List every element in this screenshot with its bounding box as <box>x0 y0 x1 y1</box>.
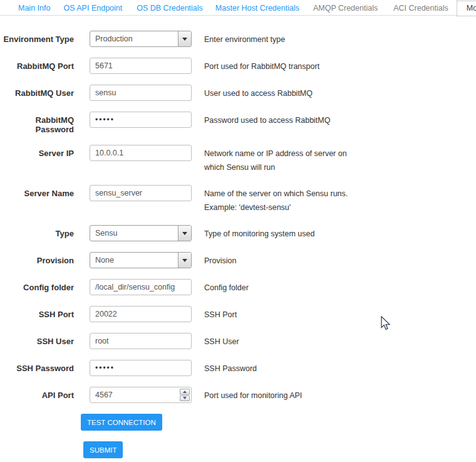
field-label: Server IP <box>0 145 74 158</box>
ssh-port-input[interactable] <box>90 306 192 322</box>
tab-os-db-credentials[interactable]: OS DB Credentials <box>137 4 203 13</box>
selected-value: Production <box>90 34 178 43</box>
form-row-config-folder: Config folderConfig folder <box>0 279 476 295</box>
field-help: Port used for RabbitMQ transport <box>204 58 354 73</box>
field-help: Provision <box>204 252 354 268</box>
tab-amqp-credentials[interactable]: AMQP Credentials <box>313 4 378 13</box>
chevron-down-icon[interactable] <box>178 253 191 268</box>
field-label: API Port <box>0 387 74 400</box>
field-label: RabbitMQ Password <box>0 112 74 134</box>
ssh-password-input[interactable] <box>90 360 192 376</box>
field-label: Environment Type <box>0 31 74 44</box>
form-row-rabbitmq-password: RabbitMQ PasswordPassword used to access… <box>0 112 476 134</box>
server-name-input[interactable] <box>90 185 192 201</box>
field-help: User used to access RabbitMQ <box>204 85 354 100</box>
test-connection-button[interactable]: TEST CONNECTION <box>81 414 162 431</box>
form-row-server-ip: Server IPNetwork name or IP address of s… <box>0 145 476 174</box>
number-spinner[interactable] <box>180 389 190 401</box>
tab-monitoring[interactable]: Monitoring <box>457 1 476 16</box>
field-help: Port used for monitoring API <box>204 387 354 402</box>
field-help: SSH User <box>204 333 354 349</box>
tab-os-api-endpoint[interactable]: OS API Endpoint <box>63 4 122 13</box>
tab-bar: Main InfoOS API EndpointOS DB Credential… <box>0 0 476 16</box>
tab-main-info[interactable]: Main Info <box>18 4 50 13</box>
config-folder-input[interactable] <box>90 279 192 295</box>
type-select[interactable]: Sensu <box>90 225 192 241</box>
spinner-down-icon[interactable] <box>180 396 190 402</box>
chevron-down-icon[interactable] <box>178 226 191 241</box>
field-label: RabbitMQ Port <box>0 58 74 71</box>
field-label: Provision <box>0 252 74 265</box>
field-label: RabbitMQ User <box>0 85 74 98</box>
form-row-ssh-port: SSH PortSSH Port <box>0 306 476 322</box>
field-help: Type of monitoring system used <box>204 225 354 241</box>
form-row-ssh-user: SSH UserSSH User <box>0 333 476 349</box>
tab-master-host-credentials[interactable]: Master Host Credentials <box>215 4 299 13</box>
form-row-type: TypeSensuType of monitoring system used <box>0 225 476 241</box>
field-help: Password used to access RabbitMQ <box>204 112 354 127</box>
field-label: SSH Port <box>0 306 74 319</box>
field-help: SSH Port <box>204 306 354 322</box>
field-label: Config folder <box>0 279 74 292</box>
monitoring-form: Environment TypeProductionEnter environm… <box>0 31 476 403</box>
submit-button[interactable]: SUBMIT <box>83 441 123 458</box>
environment-type-select[interactable]: Production <box>90 31 192 47</box>
form-row-rabbitmq-user: RabbitMQ UserUser used to access RabbitM… <box>0 85 476 101</box>
field-help: Network name or IP address of server on … <box>204 145 354 174</box>
field-help: Name of the server on which Sensu runs. … <box>204 185 354 214</box>
field-label: SSH User <box>0 333 74 346</box>
server-ip-input[interactable] <box>90 145 192 161</box>
field-label: Server Name <box>0 185 74 198</box>
rabbitmq-user-input[interactable] <box>90 85 192 101</box>
spinner-up-icon[interactable] <box>180 389 190 395</box>
field-help: SSH Password <box>204 360 354 375</box>
ssh-user-input[interactable] <box>90 333 192 349</box>
selected-value: Sensu <box>90 229 178 238</box>
field-help: Config folder <box>204 279 354 295</box>
form-row-rabbitmq-port: RabbitMQ PortPort used for RabbitMQ tran… <box>0 58 476 74</box>
form-row-server-name: Server NameName of the server on which S… <box>0 185 476 214</box>
provision-select[interactable]: None <box>90 252 192 268</box>
form-row-ssh-password: SSH PasswordSSH Password <box>0 360 476 376</box>
rabbitmq-port-input[interactable] <box>90 58 192 74</box>
field-help: Enter environment type <box>204 31 354 46</box>
field-label: SSH Password <box>0 360 74 373</box>
selected-value: None <box>90 256 178 265</box>
field-label: Type <box>0 225 74 238</box>
chevron-down-icon[interactable] <box>178 31 191 46</box>
rabbitmq-password-input[interactable] <box>90 112 192 128</box>
form-row-provision: ProvisionNoneProvision <box>0 252 476 268</box>
api-port-input[interactable] <box>90 387 192 403</box>
tab-aci-credentials[interactable]: ACI Credentials <box>393 4 448 13</box>
form-row-environment-type: Environment TypeProductionEnter environm… <box>0 31 476 47</box>
form-row-api-port: API PortPort used for monitoring API <box>0 387 476 403</box>
